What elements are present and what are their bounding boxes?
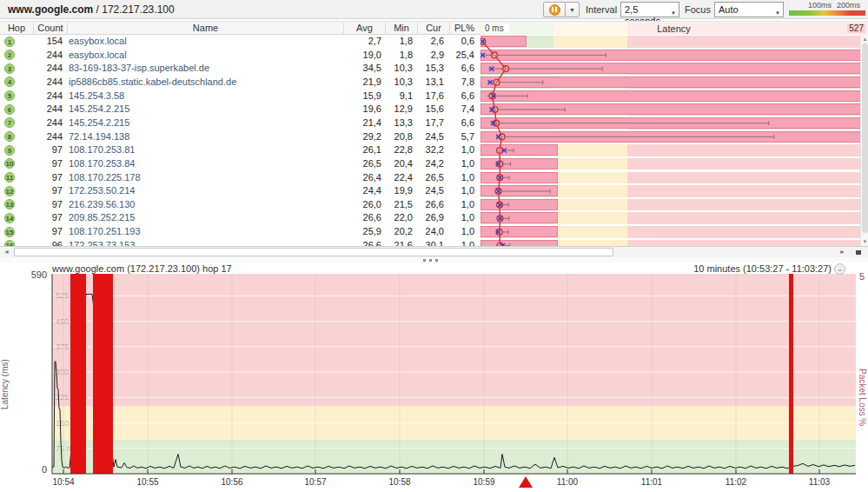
packet-loss-bar bbox=[480, 158, 558, 170]
time-range-dropdown-icon[interactable]: ⌄ bbox=[834, 263, 845, 275]
packet-loss-bar bbox=[480, 36, 527, 47]
min-cell: 22,4 bbox=[383, 171, 413, 185]
table-row[interactable]: 1154easybox.local2,71,82,60,6 bbox=[0, 35, 868, 49]
cur-cell: 24,0 bbox=[414, 225, 444, 239]
focus-select[interactable]: Auto ▼ bbox=[714, 2, 784, 17]
pause-dropdown-button[interactable]: ▼ bbox=[565, 2, 580, 17]
cur-cell: 26,9 bbox=[414, 211, 444, 225]
time-range-label[interactable]: 10 minutes (10:53:27 - 11:03:27) bbox=[693, 263, 832, 274]
latency-graph-cell bbox=[480, 185, 867, 197]
packet-loss-cell: 1,0 bbox=[446, 198, 474, 212]
table-row[interactable]: 4244ip5886cb85.static.kabel-deutschland.… bbox=[0, 76, 868, 90]
legend-200ms-label: 200ms bbox=[837, 1, 860, 10]
min-cell: 20,2 bbox=[383, 225, 413, 239]
scroll-up-icon[interactable]: ▲ bbox=[861, 35, 868, 43]
target-label: www.google.com / 172.217.23.100 bbox=[8, 3, 175, 16]
scroll-left-icon[interactable]: ◄ bbox=[0, 247, 13, 257]
focus-marker-icon[interactable] bbox=[519, 476, 533, 488]
table-row[interactable]: 1197108.170.225.17826,422,426,51,0 bbox=[0, 171, 868, 185]
table-row[interactable]: 1397216.239.56.13026,021,526,61,0 bbox=[0, 198, 868, 212]
x-tick-label: 10:54 bbox=[52, 477, 74, 487]
packet-loss-cell: 6,6 bbox=[446, 116, 474, 130]
packet-loss-cell: 6,6 bbox=[446, 90, 474, 103]
latency-graph-cell bbox=[480, 199, 867, 211]
avg-cell: 21,9 bbox=[345, 76, 381, 90]
count-cell: 97 bbox=[21, 198, 63, 212]
count-cell: 244 bbox=[21, 76, 63, 90]
count-cell: 97 bbox=[21, 143, 63, 157]
scroll-down-icon[interactable]: ▼ bbox=[861, 237, 868, 246]
timeline-chart[interactable]: 75 ms150 ms225 ms300 ms375 ms450 ms525 m… bbox=[0, 263, 868, 492]
latency-graph-cell bbox=[480, 90, 867, 103]
focus-label: Focus bbox=[685, 4, 711, 15]
x-tick-label: 10:56 bbox=[221, 477, 242, 487]
vertical-scroll-thumb[interactable] bbox=[862, 43, 868, 233]
packet-loss-cell: 5,7 bbox=[446, 130, 474, 144]
avg-cell: 26,5 bbox=[345, 157, 381, 171]
hostname-cell: 145.254.2.215 bbox=[69, 116, 342, 130]
cur-cell: 15,3 bbox=[414, 62, 444, 76]
hop-number-badge: 15 bbox=[4, 227, 15, 237]
packet-loss-bar bbox=[480, 172, 558, 183]
count-cell: 97 bbox=[21, 184, 63, 198]
min-cell: 22,0 bbox=[383, 211, 413, 225]
horizontal-scroll-thumb[interactable] bbox=[14, 248, 613, 256]
table-row[interactable]: 1597108.170.251.19325,920,224,01,0 bbox=[0, 225, 868, 239]
table-row[interactable]: 1297172.253.50.21424,419,924,51,0 bbox=[0, 184, 868, 198]
table-row[interactable]: 1097108.170.253.8426,520,424,21,0 bbox=[0, 157, 868, 171]
packet-loss-bar bbox=[480, 76, 865, 88]
packet-loss-cell: 1,0 bbox=[446, 143, 474, 157]
avg-cell: 26,0 bbox=[345, 198, 381, 212]
avg-cell: 25,9 bbox=[345, 225, 381, 239]
hostname-cell: ip5886cb85.static.kabel-deutschland.de bbox=[69, 76, 342, 90]
count-cell: 244 bbox=[21, 103, 63, 116]
splitter-handle-icon[interactable] bbox=[423, 259, 438, 262]
table-row[interactable]: 824472.14.194.13829,220,824,55,7 bbox=[0, 130, 868, 144]
packet-loss-bar bbox=[480, 90, 865, 102]
table-vertical-scrollbar[interactable]: ▲ ▼ bbox=[860, 35, 868, 246]
table-row[interactable]: 1497209.85.252.21526,622,026,91,0 bbox=[0, 211, 868, 225]
pause-button[interactable] bbox=[543, 2, 566, 17]
table-row[interactable]: 7244145.254.2.21521,413,317,76,6 bbox=[0, 116, 868, 130]
packet-loss-cell: 7,8 bbox=[446, 76, 474, 90]
toolbar: www.google.com / 172.217.23.100 ▼ Interv… bbox=[0, 0, 868, 19]
table-row[interactable]: 324483-169-183-37-isp.superkabel.de34,51… bbox=[0, 62, 868, 76]
count-cell: 154 bbox=[21, 35, 63, 49]
table-row[interactable]: 2244easybox.local19,01,82,925,4 bbox=[0, 49, 868, 63]
count-cell: 244 bbox=[21, 49, 63, 63]
x-tick-label: 11:03 bbox=[809, 477, 831, 487]
hostname-cell: 72.14.194.138 bbox=[69, 130, 342, 144]
packet-loss-cell: 1,0 bbox=[446, 211, 474, 225]
table-row[interactable]: 5244145.254.3.5815,99,117,66,6 bbox=[0, 90, 868, 103]
x-tick-label: 10:59 bbox=[473, 477, 494, 487]
hop-number-badge: 5 bbox=[4, 90, 15, 101]
count-cell: 244 bbox=[21, 62, 63, 76]
min-cell: 20,8 bbox=[383, 130, 413, 144]
graph-title: Latency bbox=[480, 23, 867, 34]
table-horizontal-scrollbar[interactable]: ◄ ► bbox=[0, 246, 868, 257]
scroll-right-icon[interactable]: ► bbox=[836, 247, 849, 257]
hop-number-badge: 13 bbox=[4, 199, 15, 209]
count-cell: 97 bbox=[21, 171, 63, 185]
legend-gradient-bar bbox=[789, 10, 865, 16]
table-row[interactable]: 6244145.254.2.21519,612,915,67,4 bbox=[0, 103, 868, 116]
hop-number-badge: 7 bbox=[4, 117, 15, 128]
hostname-cell: 172.253.73.153 bbox=[69, 239, 342, 246]
packet-loss-bar bbox=[480, 50, 865, 61]
cur-cell: 26,5 bbox=[414, 171, 444, 185]
column-header-cur: Cur bbox=[417, 23, 449, 35]
column-header-hop: Hop bbox=[0, 23, 33, 35]
interval-select[interactable]: 2,5 seconds ▼ bbox=[620, 2, 679, 17]
min-cell: 9,1 bbox=[383, 90, 413, 103]
count-cell: 97 bbox=[21, 211, 63, 225]
x-tick-label: 11:00 bbox=[557, 477, 579, 487]
avg-cell: 29,2 bbox=[345, 130, 381, 144]
packet-loss-bar bbox=[480, 103, 865, 115]
latency-graph-cell bbox=[480, 226, 867, 238]
table-row[interactable]: 997108.170.253.8126,122,832,21,0 bbox=[0, 143, 868, 157]
table-row[interactable]: 1696172.253.73.15326,621,630,11,0 bbox=[0, 239, 868, 246]
legend-100ms-label: 100ms bbox=[808, 1, 832, 10]
latency-graph-cell bbox=[480, 158, 867, 170]
cur-cell: 17,6 bbox=[414, 90, 444, 103]
resize-grip-icon bbox=[856, 250, 861, 255]
